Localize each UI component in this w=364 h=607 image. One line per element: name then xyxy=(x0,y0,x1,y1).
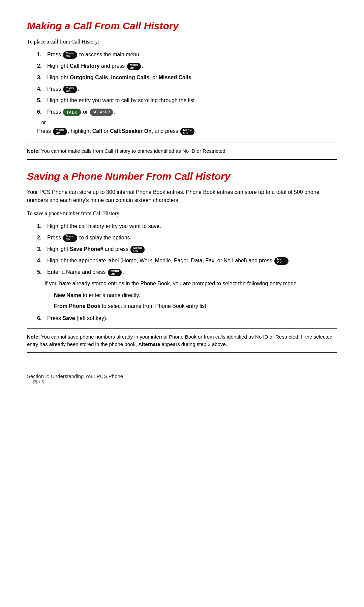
s2-step-6-content: Press Save (left softkey). xyxy=(47,314,337,322)
section2-steps: 1. Highlight the call history entry you … xyxy=(37,222,337,276)
menu-ok-btn-6c: MenuOK xyxy=(180,128,194,135)
talk-btn: TALK xyxy=(63,109,81,116)
step5-cont-text: If you have already stored entries in th… xyxy=(44,281,298,286)
sub-item1-text-val: to enter a name directly. xyxy=(83,292,140,298)
menu-ok-btn-s2-3: MenuOK xyxy=(130,246,145,253)
s2-step-6: 6. Press Save (left softkey). xyxy=(37,314,337,322)
footer-line1: Section 2: Understanding Your PCS Phone xyxy=(27,373,337,379)
step5-continuation: If you have already stored entries in th… xyxy=(44,280,337,288)
menu-ok-btn-6b: MenuOK xyxy=(53,128,67,135)
s2-step-6-after: (left softkey). xyxy=(77,315,108,321)
section1-steps: 1. Press MenuOK to access the main menu.… xyxy=(37,51,337,116)
s2-step-4-content: Highlight the appropriate label (Home, W… xyxy=(47,257,337,265)
footer: Section 2: Understanding Your PCS Phone … xyxy=(27,373,337,384)
s2-step-1-content: Highlight the call history entry you wan… xyxy=(47,222,337,230)
menu-ok-btn-1: MenuOK xyxy=(63,51,77,59)
menu-ok-btn-2: MenuOK xyxy=(127,63,141,70)
s2-step-6-num: 6. xyxy=(37,314,44,322)
section2-para1: Your PCS Phone can store up to 300 inter… xyxy=(27,188,337,205)
s2-step-5: 5. Enter a Name and press MenuOK . xyxy=(37,268,337,276)
section2-title: Saving a Phone Number From Call History xyxy=(27,171,337,182)
menu-ok-btn-s2-2: MenuOK xyxy=(63,234,77,242)
s2-step-3-num: 3. xyxy=(37,245,44,253)
save-label: Save xyxy=(62,315,75,321)
or-line: – or – xyxy=(37,119,337,125)
section1-intro: To place a call from Call History: xyxy=(27,38,337,46)
step-4-num: 4. xyxy=(37,85,44,93)
step-2-num: 2. xyxy=(37,62,44,70)
step-1-num: 1. xyxy=(37,51,44,59)
step-3-bold1: Outgoing Calls xyxy=(70,75,108,80)
step-6: 6. Press TALK or SPEAKER. xyxy=(37,108,337,116)
s2-step-4: 4. Highlight the appropriate label (Home… xyxy=(37,257,337,265)
step-2-bold: Call History xyxy=(70,63,100,69)
s2-step-2-content: Press MenuOK to display the options. xyxy=(47,234,337,242)
note2-text2: appears during step 3 above. xyxy=(161,341,227,347)
sub-item2: From Phone Book to select a name from Ph… xyxy=(54,302,337,310)
note1-text: You cannot make calls from Call History … xyxy=(41,148,227,154)
step-2-content: Highlight Call History and press MenuOK … xyxy=(47,62,337,70)
step-2: 2. Highlight Call History and press Menu… xyxy=(37,62,337,70)
speaker-btn: SPEAKER xyxy=(90,109,113,116)
section1-title: Making a Call From Call History xyxy=(27,20,337,32)
step-5-content: Highlight the entry you want to call by … xyxy=(47,96,337,105)
step-5: 5. Highlight the entry you want to call … xyxy=(37,96,337,105)
step-4-content: Press MenuOK . xyxy=(47,85,337,93)
s2-step-1-num: 1. xyxy=(37,222,44,230)
s2-step-2-num: 2. xyxy=(37,234,44,242)
s2-step-5-num: 5. xyxy=(37,268,44,276)
step-1-content: Press MenuOK to access the main menu. xyxy=(47,51,337,59)
note2-label: Note: xyxy=(27,334,40,340)
press-or-line: Press MenuOK , highlight Call or Call:Sp… xyxy=(37,127,337,135)
section2-step6-list: 6. Press Save (left softkey). xyxy=(37,314,337,322)
s2-step-3: 3. Highlight Save Phone# and press MenuO… xyxy=(37,245,337,253)
step-3-num: 3. xyxy=(37,74,44,82)
call-label: Call xyxy=(92,128,102,134)
step-6-num: 6. xyxy=(37,108,44,116)
sub-item1-label: New Name xyxy=(54,292,81,298)
save-phone-label: Save Phone# xyxy=(70,246,103,252)
sub-item1: New Name to enter a name directly. xyxy=(54,291,337,299)
step-4: 4. Press MenuOK . xyxy=(37,85,337,93)
step-5-num: 5. xyxy=(37,96,44,105)
note2-bold: Alternate xyxy=(138,341,160,347)
menu-ok-btn-s2-4: MenuOK xyxy=(274,257,289,265)
footer-line2: . - $$ / & xyxy=(27,379,337,384)
section1-note: Note: You cannot make calls from Call Hi… xyxy=(27,143,337,160)
call-speaker-label: Call:Speaker On xyxy=(110,128,152,134)
menu-ok-btn-s2-5: MenuOK xyxy=(108,269,122,276)
s2-step-3-content: Highlight Save Phone# and press MenuOK . xyxy=(47,245,337,253)
s2-step-5-content: Enter a Name and press MenuOK . xyxy=(47,268,337,276)
sub-item2-label: From Phone Book xyxy=(54,303,100,309)
s2-step-4-num: 4. xyxy=(37,257,44,265)
step-1: 1. Press MenuOK to access the main menu. xyxy=(37,51,337,59)
step-3-content: Highlight Outgoing Calls, Incoming Calls… xyxy=(47,74,337,82)
section2-intro: To save a phone number from Call History… xyxy=(27,209,337,218)
note1-label: Note: xyxy=(27,148,40,154)
sub-item2-text-val: to select a name from Phone Book entry l… xyxy=(102,303,208,309)
s2-step-2: 2. Press MenuOK to display the options. xyxy=(37,234,337,242)
menu-ok-btn-4: MenuOK xyxy=(63,86,77,93)
step-6-content: Press TALK or SPEAKER. xyxy=(47,108,337,116)
section2-note: Note: You cannot save phone numbers alre… xyxy=(27,328,337,353)
step-3-bold3: Missed Calls xyxy=(159,75,191,80)
step-3: 3. Highlight Outgoing Calls, Incoming Ca… xyxy=(37,74,337,82)
s2-step-1: 1. Highlight the call history entry you … xyxy=(37,222,337,230)
step-3-bold2: Incoming Calls xyxy=(111,75,149,80)
